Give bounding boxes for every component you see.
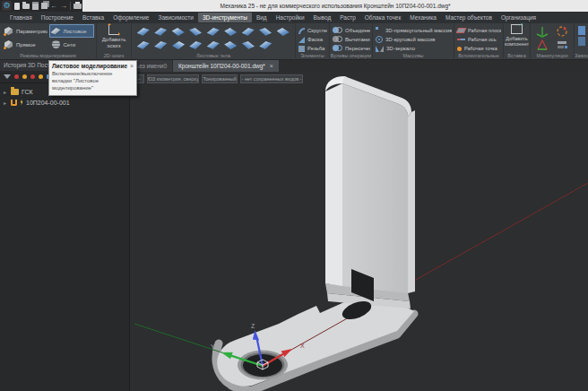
filter-icon[interactable] <box>4 74 11 83</box>
doc-tab-kronshteyn[interactable]: Кронштейн 10П204-00-001.dwg* × <box>173 60 279 72</box>
work-point-label: Рабочая точка <box>464 46 497 51</box>
part-icon <box>11 100 17 106</box>
tab-vyvod[interactable]: Вывод <box>309 13 336 22</box>
redo-icon[interactable]: → <box>60 2 67 10</box>
mirror-button[interactable]: 3D-зеркало <box>375 44 452 53</box>
sheet-tool-icon[interactable] <box>172 27 185 37</box>
sheet-tool-icon[interactable] <box>259 40 272 50</box>
undo-icon[interactable]: ← <box>50 2 57 10</box>
sheet-tool-icon[interactable] <box>224 40 237 50</box>
intersect-label: Пересечение <box>345 46 370 51</box>
thread-icon <box>298 46 305 52</box>
app-logo-icon[interactable]: ⚙ <box>2 1 12 11</box>
circular-array-button[interactable]: 3D-круговой массив <box>375 35 452 44</box>
sheet-tool-icon[interactable] <box>189 40 202 50</box>
work-axis-button[interactable]: Рабочая ось <box>456 35 501 44</box>
chamfer-button[interactable]: Фаска <box>298 35 327 44</box>
move-gizmo-icon[interactable] <box>536 25 549 38</box>
subtract-button[interactable]: Вычитание <box>332 35 370 44</box>
work-plane-button[interactable]: Рабочая плоскость <box>456 26 501 35</box>
sheet-tool-icon[interactable] <box>137 27 150 37</box>
doc-tab-label: Кронштейн 10П204-00-001.dwg* <box>178 63 265 69</box>
open-file-icon[interactable] <box>22 4 30 9</box>
seti-button[interactable]: Сети <box>49 38 95 51</box>
tab-zavisimosti[interactable]: Зависимости <box>153 13 197 22</box>
sheet-tool-icon[interactable] <box>259 27 272 37</box>
sheet-tool-icon[interactable] <box>154 40 167 50</box>
listovoe-button[interactable]: Листовое <box>49 24 95 38</box>
ribbon-group-auxiliary: Рабочая плоскость Рабочая ось Рабочая то… <box>454 23 504 58</box>
tab-3d-instrumenty[interactable]: 3D-инструменты <box>198 13 252 22</box>
fillet-label: Скругление <box>307 28 327 33</box>
sheet-tool-icon[interactable] <box>277 27 290 37</box>
parametrika-button[interactable]: Параметрика <box>2 24 48 38</box>
group-label: Вспомогательные <box>454 53 503 58</box>
marker-red-icon[interactable] <box>14 74 19 79</box>
print-icon[interactable] <box>74 4 82 9</box>
work-plane-icon <box>456 28 466 33</box>
rect-array-button[interactable]: 3D-прямоугольный массив <box>375 26 452 35</box>
union-button[interactable]: Объединение <box>332 26 370 35</box>
parametric-cube-icon <box>4 26 13 36</box>
add-component-label: Добавить компонент <box>504 36 531 47</box>
work-point-button[interactable]: Рабочая точка <box>456 44 501 53</box>
folder-icon <box>11 89 19 95</box>
tooltip-close-icon[interactable]: × <box>130 63 134 69</box>
sheet-tool-icon[interactable] <box>207 40 220 50</box>
tab-oblaka-tochek[interactable]: Облака точек <box>360 13 406 22</box>
pryamoe-button[interactable]: Прямое <box>2 38 48 51</box>
tab-mekhanika[interactable]: Механика <box>405 13 441 22</box>
sheet-tool-icon[interactable] <box>242 40 255 50</box>
fillet-icon <box>298 28 305 34</box>
work-point-icon <box>457 47 462 51</box>
work-axis-icon <box>457 39 465 40</box>
bracket-wall[interactable] <box>325 76 415 323</box>
sheet-tool-icon[interactable] <box>137 40 150 50</box>
save-all-icon[interactable] <box>41 3 48 9</box>
tab-vstavka[interactable]: Вставка <box>78 13 108 22</box>
align-gizmo-icon[interactable] <box>556 39 568 51</box>
visual-style-control[interactable]: Тонированный <box>202 74 238 83</box>
close-tab-icon[interactable]: × <box>270 63 273 69</box>
tab-rastr[interactable]: Растр <box>335 13 360 22</box>
3d-model-canvas[interactable]: X Y Z <box>130 72 588 391</box>
tab-glavnaya[interactable]: Главная <box>5 13 37 22</box>
tab-master-obektov[interactable]: Мастер объектов <box>441 13 497 22</box>
rect-array-label: 3D-прямоугольный массив <box>385 28 452 33</box>
bolt-icon <box>20 100 23 106</box>
saved-views-control[interactable]: - нет сохраненных видов - <box>240 74 303 83</box>
tab-vid[interactable]: Вид <box>252 13 272 22</box>
sheet-tool-icon[interactable] <box>224 27 237 37</box>
tab-oformlenie[interactable]: Оформление <box>108 13 153 22</box>
tab-postroenie[interactable]: Построение <box>37 13 78 22</box>
marker-red-icon[interactable] <box>30 74 35 79</box>
add-sketch-button[interactable]: Добавить эскиз <box>99 24 129 52</box>
sheet-tool-icon[interactable] <box>172 40 185 50</box>
sheet-tool-icon[interactable] <box>242 27 255 37</box>
view-orientation-control[interactable]: ЮЗ изометрия, сверху <box>147 74 199 83</box>
marker-yellow-icon[interactable] <box>22 74 27 79</box>
tab-nastroyki[interactable]: Настройки <box>272 13 309 22</box>
expand-icon[interactable]: ▸ <box>4 100 8 106</box>
save-icon[interactable] <box>32 2 39 10</box>
intersect-button[interactable]: Пересечение <box>332 44 370 53</box>
constraint-icon[interactable] <box>578 26 585 35</box>
add-component-button[interactable]: Добавить компонент <box>506 24 528 52</box>
fillet-button[interactable]: Скругление <box>298 26 327 35</box>
expand-icon[interactable]: ▸ <box>4 89 8 95</box>
chamfer-label: Фаска <box>307 37 323 42</box>
scale-gizmo-icon[interactable] <box>536 39 549 51</box>
marker-yellow-icon[interactable] <box>39 74 43 79</box>
sheet-tool-icon[interactable] <box>154 27 167 37</box>
thread-button[interactable]: Резьба <box>298 44 327 53</box>
sheet-tool-icon[interactable] <box>189 27 202 37</box>
ribbon-group-elements: Скругление Фаска Резьба Элементы <box>296 23 330 58</box>
rotate-gizmo-icon[interactable] <box>556 25 568 38</box>
tree-item-part[interactable]: ▸ 10П204-00-001 <box>0 97 129 108</box>
constraint-icon[interactable] <box>578 37 585 46</box>
sheet-tool-icon[interactable] <box>207 27 220 37</box>
titlebar: ⚙ ← → Механика 25 - не для коммерческого… <box>0 0 588 12</box>
new-file-icon[interactable] <box>14 3 20 10</box>
tab-organizatsiya[interactable]: Организация <box>497 13 540 22</box>
mirror-icon <box>376 45 384 52</box>
